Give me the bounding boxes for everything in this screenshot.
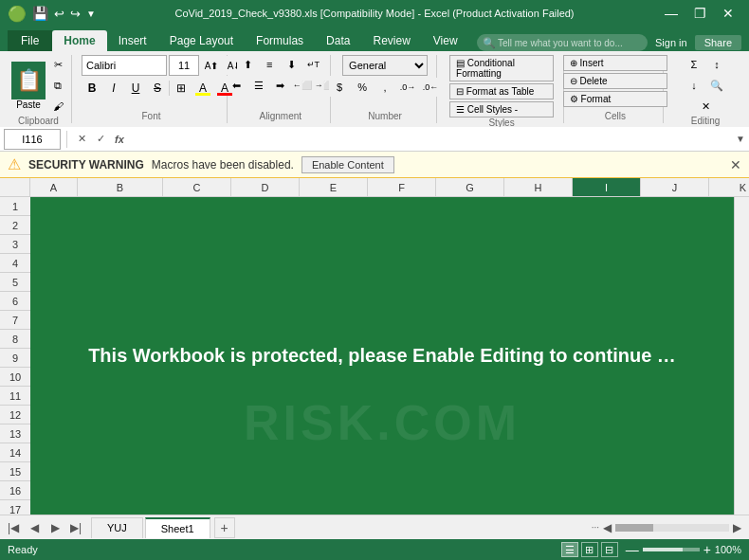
col-header-e[interactable]: E xyxy=(300,178,368,196)
find-button[interactable]: 🔍 xyxy=(706,76,727,95)
horizontal-scroll-right[interactable]: ▶ xyxy=(733,521,741,534)
row-4[interactable]: 4 xyxy=(0,254,30,273)
col-header-b[interactable]: B xyxy=(78,178,163,196)
row-16[interactable]: 16 xyxy=(0,481,30,500)
zoom-out-button[interactable]: — xyxy=(626,542,639,557)
formula-bar-expand-icon[interactable]: ▼ xyxy=(736,134,745,144)
indent-decrease-button[interactable]: ←⬜ xyxy=(292,76,313,95)
name-box[interactable] xyxy=(4,129,61,150)
number-format-dropdown[interactable]: General xyxy=(342,55,428,76)
align-center-button[interactable]: ☰ xyxy=(248,76,269,95)
strikethrough-button[interactable]: S xyxy=(147,79,168,98)
col-header-f[interactable]: F xyxy=(368,178,436,196)
row-17[interactable]: 17 xyxy=(0,500,30,515)
align-top-button[interactable]: ⬆ xyxy=(237,55,258,74)
decimal-decrease-button[interactable]: .0← xyxy=(420,78,441,97)
vertical-scrollbar[interactable] xyxy=(734,197,749,515)
font-size-input[interactable] xyxy=(169,55,199,76)
row-14[interactable]: 14 xyxy=(0,443,30,462)
tab-file[interactable]: File xyxy=(8,30,52,51)
col-header-a[interactable]: A xyxy=(30,178,78,196)
conditional-formatting-button[interactable]: ▤ Conditional Formatting xyxy=(449,55,554,81)
tell-me-input[interactable] xyxy=(477,34,648,51)
sort-button[interactable]: ↕ xyxy=(706,55,727,74)
tab-page-layout[interactable]: Page Layout xyxy=(158,30,245,51)
formula-confirm-icon[interactable]: ✓ xyxy=(92,131,109,148)
minimize-button[interactable]: — xyxy=(658,0,685,27)
row-7[interactable]: 7 xyxy=(0,311,30,330)
sheet-nav-first[interactable]: |◀ xyxy=(4,518,23,537)
undo-icon[interactable]: ↩ xyxy=(54,7,64,21)
col-header-c[interactable]: C xyxy=(163,178,231,196)
sheet-nav-next[interactable]: ▶ xyxy=(46,518,64,537)
border-button[interactable]: ⊞ xyxy=(171,79,192,98)
row-6[interactable]: 6 xyxy=(0,292,30,311)
row-9[interactable]: 9 xyxy=(0,349,30,368)
zoom-in-button[interactable]: + xyxy=(703,542,711,557)
tab-view[interactable]: View xyxy=(422,30,469,51)
sheet-tab-yuj[interactable]: YUJ xyxy=(91,517,143,538)
currency-button[interactable]: $ xyxy=(329,78,350,97)
save-icon[interactable]: 💾 xyxy=(32,6,48,21)
tab-data[interactable]: Data xyxy=(315,30,361,51)
row-11[interactable]: 11 xyxy=(0,387,30,406)
zoom-slider[interactable] xyxy=(643,548,700,551)
row-15[interactable]: 15 xyxy=(0,462,30,481)
align-bottom-button[interactable]: ⬇ xyxy=(281,55,301,74)
insert-cells-button[interactable]: ⊕ Insert xyxy=(563,55,667,71)
formula-input[interactable] xyxy=(132,129,732,150)
clear-button[interactable]: ✕ xyxy=(695,97,716,116)
horizontal-scroll-left[interactable]: ◀ xyxy=(603,521,612,534)
decimal-increase-button[interactable]: .0→ xyxy=(397,78,418,97)
tab-insert[interactable]: Insert xyxy=(107,30,158,51)
share-button[interactable]: Share xyxy=(695,35,741,50)
col-header-g[interactable]: G xyxy=(436,178,504,196)
wrap-text-button[interactable]: ↵T xyxy=(302,55,323,74)
delete-cells-button[interactable]: ⊖ Delete xyxy=(563,73,667,89)
sheet-nav-last[interactable]: ▶| xyxy=(66,518,85,537)
row-8[interactable]: 8 xyxy=(0,330,30,349)
format-painter-button[interactable]: 🖌 xyxy=(47,97,68,116)
tab-review[interactable]: Review xyxy=(361,30,421,51)
enable-content-button[interactable]: Enable Content xyxy=(301,156,394,173)
add-sheet-button[interactable]: + xyxy=(214,517,235,538)
page-break-view-button[interactable]: ⊟ xyxy=(601,542,618,557)
signin-link[interactable]: Sign in xyxy=(655,37,687,48)
close-button[interactable]: ✕ xyxy=(715,0,741,27)
row-10[interactable]: 10 xyxy=(0,368,30,387)
bold-button[interactable]: B xyxy=(82,79,102,98)
row-2[interactable]: 2 xyxy=(0,216,30,235)
col-header-j[interactable]: J xyxy=(641,178,709,196)
tab-formulas[interactable]: Formulas xyxy=(245,30,315,51)
percent-button[interactable]: % xyxy=(352,78,373,97)
italic-button[interactable]: I xyxy=(103,79,124,98)
row-5[interactable]: 5 xyxy=(0,273,30,292)
cut-button[interactable]: ✂ xyxy=(47,55,68,74)
normal-view-button[interactable]: ☰ xyxy=(561,542,578,557)
font-name-input[interactable] xyxy=(82,55,167,76)
sum-button[interactable]: Σ xyxy=(684,55,704,74)
sheet-nav-prev[interactable]: ◀ xyxy=(25,518,44,537)
comma-button[interactable]: , xyxy=(374,78,395,97)
format-cells-button[interactable]: ⚙ Format xyxy=(563,91,667,107)
close-security-bar-button[interactable]: ✕ xyxy=(730,157,741,172)
align-middle-button[interactable]: ≡ xyxy=(259,55,280,74)
formula-cancel-icon[interactable]: ✕ xyxy=(73,131,90,148)
cell-styles-button[interactable]: ☰ Cell Styles - xyxy=(449,101,554,117)
row-13[interactable]: 13 xyxy=(0,425,30,443)
tab-home[interactable]: Home xyxy=(52,30,106,51)
sheet-tab-sheet1[interactable]: Sheet1 xyxy=(145,517,210,538)
restore-button[interactable]: ❐ xyxy=(686,0,713,27)
row-12[interactable]: 12 xyxy=(0,406,30,425)
row-3[interactable]: 3 xyxy=(0,235,30,254)
col-header-i[interactable]: I xyxy=(573,178,641,196)
copy-button[interactable]: ⧉ xyxy=(47,76,68,95)
font-grow-button[interactable]: A⬆ xyxy=(201,56,222,75)
horizontal-scrollbar[interactable] xyxy=(615,524,729,532)
page-layout-view-button[interactable]: ⊞ xyxy=(581,542,598,557)
font-color-button[interactable]: A xyxy=(214,79,235,98)
redo-icon[interactable]: ↪ xyxy=(70,7,81,21)
customize-qat-icon[interactable]: ▼ xyxy=(86,9,96,19)
row-1[interactable]: 1 xyxy=(0,197,30,216)
col-header-h[interactable]: H xyxy=(504,178,573,196)
